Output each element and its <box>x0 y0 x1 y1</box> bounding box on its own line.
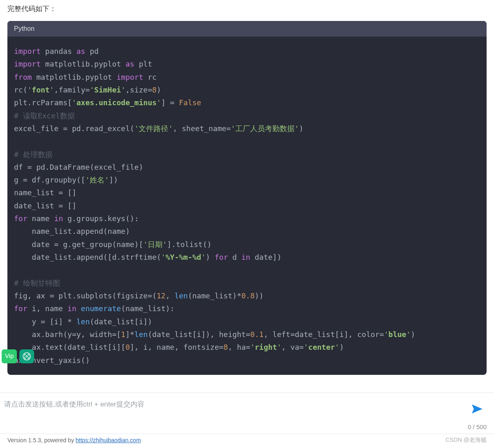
floating-badges: Vip <box>2 349 34 363</box>
code-block: Python import pandas as pd import matplo… <box>7 21 487 375</box>
intro-text: 完整代码如下： <box>7 4 487 14</box>
vip-badge[interactable]: Vip <box>2 349 17 363</box>
message-input-bar: 请点击发送按钮,或者使用ctrl + enter提交内容 0 / 500 <box>0 393 494 434</box>
send-button[interactable] <box>468 402 487 416</box>
message-input[interactable]: 请点击发送按钮,或者使用ctrl + enter提交内容 <box>4 398 468 411</box>
main-content: 完整代码如下： Python import pandas as pd impor… <box>0 0 494 375</box>
version-text: Version 1.5.3, powered by https://zhihui… <box>7 437 141 443</box>
char-counter: 0 / 500 <box>4 423 487 430</box>
watermark: CSDN @老海贼 <box>445 436 487 444</box>
code-language-label: Python <box>7 21 487 37</box>
ai-assistant-icon[interactable] <box>19 349 34 363</box>
code-body[interactable]: import pandas as pd import matplotlib.py… <box>7 37 487 375</box>
powered-by-link[interactable]: https://zhihuibaodian.com <box>76 437 141 443</box>
footer: Version 1.5.3, powered by https://zhihui… <box>0 434 494 448</box>
send-icon <box>471 404 483 414</box>
